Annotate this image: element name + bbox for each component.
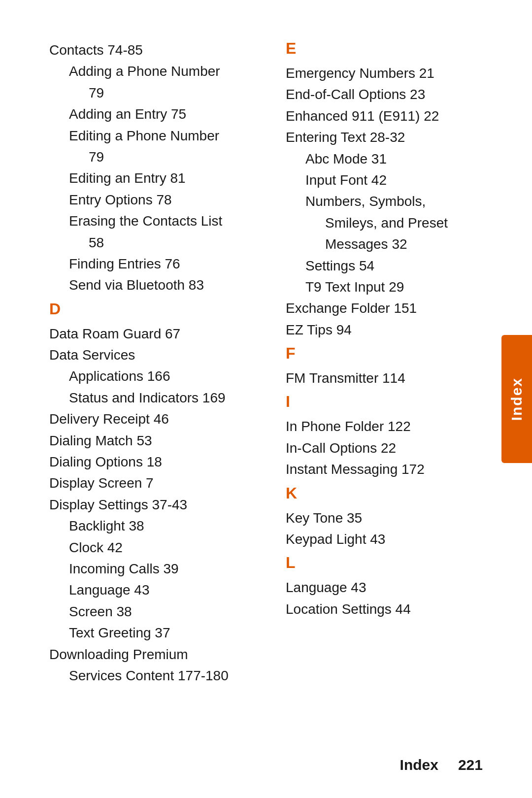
list-item: Display Settings 37-43 <box>49 494 256 515</box>
side-tab-label: Index <box>508 377 525 421</box>
list-item: 58 <box>49 232 256 253</box>
section-d: D Data Roam Guard 67 Data Services Appli… <box>49 300 256 687</box>
list-item: FM Transmitter 114 <box>286 367 493 389</box>
list-item: Language 43 <box>286 577 493 598</box>
section-header-d: D <box>49 300 256 318</box>
section-header-f: F <box>286 344 493 363</box>
list-item: 79 <box>49 146 256 167</box>
section-header-e: E <box>286 39 493 58</box>
list-item: Key Tone 35 <box>286 507 493 529</box>
section-i: I In Phone Folder 122 In-Call Options 22… <box>286 393 493 480</box>
list-item: Dialing Match 53 <box>49 430 256 451</box>
section-f: F FM Transmitter 114 <box>286 344 493 389</box>
section-e: E Emergency Numbers 21 End-of-Call Optio… <box>286 39 493 340</box>
list-item: Clock 42 <box>49 537 256 558</box>
list-item: Enhanced 911 (E911) 22 <box>286 105 493 127</box>
list-item: Display Screen 7 <box>49 472 256 494</box>
list-item: Adding an Entry 75 <box>49 103 256 125</box>
footer: Index 221 <box>400 757 483 773</box>
list-item: Emergency Numbers 21 <box>286 63 493 84</box>
section-l: L Language 43 Location Settings 44 <box>286 554 493 620</box>
list-item: In Phone Folder 122 <box>286 416 493 437</box>
list-item: 79 <box>49 82 256 103</box>
section-k: K Key Tone 35 Keypad Light 43 <box>286 484 493 550</box>
list-item: Data Roam Guard 67 <box>49 323 256 344</box>
list-item: Backlight 38 <box>49 515 256 536</box>
contacts-header: Contacts 74-85 <box>49 39 256 61</box>
list-item: Send via Bluetooth 83 <box>49 274 256 296</box>
list-item: Keypad Light 43 <box>286 529 493 550</box>
list-item: Erasing the Contacts List <box>49 210 256 232</box>
list-item: Downloading Premium <box>49 644 256 665</box>
list-item: Abc Mode 31 <box>286 148 493 169</box>
list-item: Delivery Receipt 46 <box>49 408 256 430</box>
footer-page-number: 221 <box>458 757 483 773</box>
list-item: EZ Tips 94 <box>286 319 493 340</box>
list-item: Settings 54 <box>286 255 493 276</box>
list-item: Smileys, and Preset <box>286 212 493 233</box>
list-item: Numbers, Symbols, <box>286 191 493 212</box>
list-item: Finding Entries 76 <box>49 253 256 274</box>
list-item: Editing a Phone Number <box>49 125 256 146</box>
contacts-section: Contacts 74-85 Adding a Phone Number 79 … <box>49 39 256 296</box>
side-tab: Index <box>501 335 532 463</box>
list-item: Services Content 177-180 <box>49 665 256 686</box>
section-header-i: I <box>286 393 493 411</box>
list-item: Applications 166 <box>49 366 256 387</box>
list-item: Messages 32 <box>286 233 493 255</box>
list-item: Status and Indicators 169 <box>49 387 256 408</box>
list-item: Text Greeting 37 <box>49 622 256 643</box>
list-item: Incoming Calls 39 <box>49 558 256 579</box>
left-column: Contacts 74-85 Adding a Phone Number 79 … <box>49 39 256 759</box>
list-item: Language 43 <box>49 579 256 600</box>
list-item: Input Font 42 <box>286 169 493 191</box>
list-item: T9 Text Input 29 <box>286 276 493 298</box>
page-content: Contacts 74-85 Adding a Phone Number 79 … <box>0 0 532 798</box>
section-header-l: L <box>286 554 493 572</box>
list-item: Instant Messaging 172 <box>286 459 493 480</box>
list-item: In-Call Options 22 <box>286 437 493 459</box>
list-item: Editing an Entry 81 <box>49 167 256 189</box>
list-item: End-of-Call Options 23 <box>286 84 493 105</box>
list-item: Entering Text 28-32 <box>286 127 493 148</box>
list-item: Entry Options 78 <box>49 189 256 210</box>
list-item: Screen 38 <box>49 601 256 622</box>
list-item: Adding a Phone Number <box>49 61 256 82</box>
list-item: Exchange Folder 151 <box>286 298 493 319</box>
list-item: Location Settings 44 <box>286 598 493 620</box>
section-header-k: K <box>286 484 493 502</box>
footer-label: Index <box>400 757 438 773</box>
list-item: Data Services <box>49 344 256 366</box>
right-column: E Emergency Numbers 21 End-of-Call Optio… <box>286 39 493 759</box>
list-item: Dialing Options 18 <box>49 451 256 472</box>
